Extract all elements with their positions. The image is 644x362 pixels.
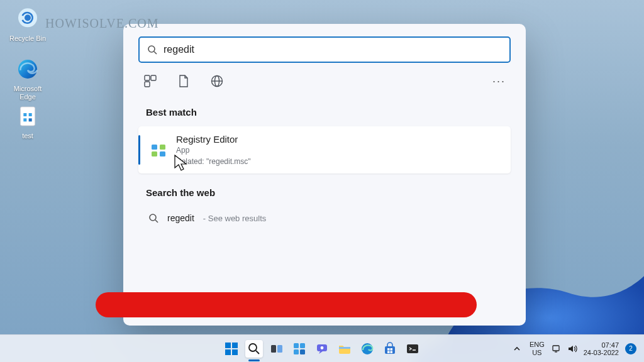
svg-rect-3 bbox=[20, 107, 35, 126]
folder-icon bbox=[338, 342, 352, 356]
svg-point-21 bbox=[150, 214, 156, 221]
edge-icon bbox=[360, 342, 374, 356]
svg-rect-13 bbox=[145, 82, 150, 87]
svg-rect-7 bbox=[23, 118, 26, 121]
svg-rect-31 bbox=[294, 343, 299, 348]
taskview-icon bbox=[270, 342, 284, 356]
desktop-icon-label: Microsoft Edge bbox=[8, 85, 48, 101]
annotation-redbar bbox=[96, 292, 477, 317]
svg-rect-24 bbox=[232, 343, 238, 348]
web-result-hint: - See web results bbox=[203, 214, 266, 223]
windows-icon bbox=[225, 342, 238, 356]
taskbar-search[interactable] bbox=[245, 340, 263, 358]
desktop-icon-edge[interactable]: Microsoft Edge bbox=[8, 57, 48, 101]
search-input[interactable] bbox=[164, 44, 502, 55]
svg-rect-26 bbox=[232, 349, 238, 355]
taskbar-store[interactable] bbox=[381, 340, 399, 358]
svg-line-10 bbox=[154, 52, 157, 54]
svg-rect-11 bbox=[145, 75, 150, 80]
taskbar-terminal[interactable] bbox=[404, 340, 421, 358]
web-result-term: regedit bbox=[167, 213, 194, 223]
svg-point-1 bbox=[25, 14, 31, 21]
taskbar-widgets[interactable] bbox=[291, 340, 308, 358]
svg-rect-40 bbox=[387, 348, 390, 351]
taskbar-start[interactable] bbox=[223, 340, 240, 358]
search-icon bbox=[148, 213, 158, 223]
store-icon bbox=[383, 342, 397, 356]
notification-badge[interactable]: 2 bbox=[625, 343, 636, 354]
best-match-heading: Best match bbox=[146, 107, 511, 118]
language-indicator[interactable]: ENG US bbox=[530, 341, 545, 356]
taskbar-chat[interactable] bbox=[313, 340, 331, 358]
svg-point-36 bbox=[321, 346, 324, 349]
chevron-up-icon bbox=[513, 345, 521, 353]
scope-documents-icon[interactable] bbox=[177, 74, 190, 88]
desktop-icon-recycle-bin[interactable]: Recycle Bin bbox=[8, 6, 48, 43]
network-icon[interactable] bbox=[551, 344, 561, 354]
best-match-result[interactable]: Registry Editor App Related: "regedit.ms… bbox=[138, 126, 511, 173]
clock[interactable]: 07:47 24-03-2022 bbox=[584, 341, 619, 356]
registry-editor-icon bbox=[150, 141, 167, 159]
search-web-heading: Search the web bbox=[146, 187, 511, 198]
svg-rect-23 bbox=[225, 343, 231, 348]
svg-rect-33 bbox=[294, 349, 299, 354]
chat-icon bbox=[315, 342, 329, 356]
svg-rect-37 bbox=[339, 347, 350, 349]
desktop-icon-label: test bbox=[8, 132, 48, 140]
svg-line-22 bbox=[155, 220, 158, 222]
svg-rect-8 bbox=[29, 118, 32, 121]
system-tray: ENG US 07:47 24-03-2022 2 bbox=[511, 341, 644, 356]
scope-apps-icon[interactable] bbox=[143, 74, 157, 88]
svg-rect-25 bbox=[225, 349, 231, 355]
web-result-row[interactable]: regedit - See web results bbox=[138, 207, 511, 229]
svg-rect-39 bbox=[385, 346, 395, 354]
search-scopes: ··· bbox=[138, 63, 511, 93]
search-flyout: ··· Best match Registry Editor App Relat… bbox=[123, 24, 526, 326]
terminal-icon bbox=[406, 342, 419, 356]
svg-rect-45 bbox=[553, 346, 559, 351]
result-related: Related: "regedit.msc" bbox=[176, 157, 251, 166]
svg-rect-41 bbox=[391, 348, 393, 351]
search-icon bbox=[147, 45, 157, 55]
desktop-icon-label: Recycle Bin bbox=[8, 35, 48, 43]
taskbar-taskview[interactable] bbox=[268, 340, 286, 358]
volume-icon[interactable] bbox=[567, 344, 577, 354]
search-box[interactable] bbox=[138, 36, 511, 63]
desktop-icon-test[interactable]: test bbox=[8, 104, 48, 140]
svg-rect-34 bbox=[300, 349, 305, 354]
svg-rect-44 bbox=[407, 344, 418, 353]
result-subtitle: App bbox=[176, 146, 251, 155]
svg-rect-30 bbox=[277, 345, 282, 353]
scope-web-icon[interactable] bbox=[210, 74, 224, 88]
svg-point-9 bbox=[148, 46, 155, 52]
taskbar: ENG US 07:47 24-03-2022 2 bbox=[0, 334, 644, 362]
svg-point-27 bbox=[249, 344, 257, 351]
svg-rect-32 bbox=[300, 343, 305, 348]
edge-icon bbox=[15, 57, 40, 82]
svg-rect-20 bbox=[160, 151, 165, 156]
watermark: HOWISOLVE.COM bbox=[45, 16, 159, 31]
result-title: Registry Editor bbox=[176, 134, 251, 145]
svg-rect-5 bbox=[23, 113, 26, 116]
taskbar-edge[interactable] bbox=[358, 340, 376, 358]
svg-rect-6 bbox=[29, 113, 32, 116]
svg-rect-18 bbox=[160, 145, 165, 150]
search-icon bbox=[248, 343, 260, 355]
taskbar-explorer[interactable] bbox=[336, 340, 353, 358]
svg-rect-12 bbox=[151, 75, 156, 80]
scope-more-button[interactable]: ··· bbox=[492, 75, 506, 88]
tray-overflow[interactable] bbox=[511, 343, 523, 355]
svg-line-28 bbox=[256, 351, 259, 354]
recycle-bin-icon bbox=[15, 6, 40, 31]
svg-rect-29 bbox=[271, 345, 276, 353]
widgets-icon bbox=[292, 342, 306, 356]
registry-file-icon bbox=[15, 104, 40, 129]
svg-rect-17 bbox=[152, 145, 157, 150]
svg-rect-42 bbox=[387, 351, 390, 353]
svg-rect-43 bbox=[391, 351, 393, 353]
svg-rect-19 bbox=[152, 151, 157, 156]
